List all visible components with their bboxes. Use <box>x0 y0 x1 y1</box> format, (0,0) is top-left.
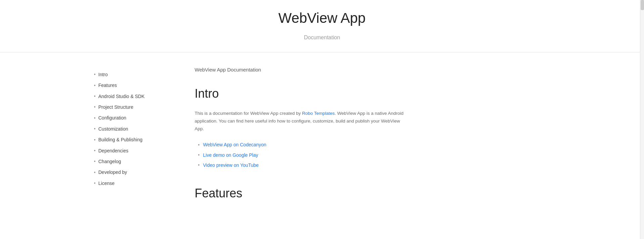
sidebar-item-developed-by[interactable]: Developed by <box>94 167 175 178</box>
sidebar-link-intro[interactable]: Intro <box>98 71 108 78</box>
intro-heading: Intro <box>195 84 409 103</box>
page-wrapper: WebView App Documentation Intro Features… <box>0 0 644 239</box>
google-play-link[interactable]: Live demo on Google Play <box>203 151 258 159</box>
doc-title: WebView App Documentation <box>195 66 409 74</box>
youtube-link[interactable]: Video preview on YouTube <box>203 161 259 169</box>
features-section: Features <box>195 184 409 203</box>
list-item-youtube: Video preview on YouTube <box>198 160 409 170</box>
sidebar-link-features[interactable]: Features <box>98 82 117 89</box>
sidebar-item-features[interactable]: Features <box>94 80 175 91</box>
sidebar-link-dependencies[interactable]: Dependencies <box>98 147 129 154</box>
page-title: WebView App <box>0 7 644 29</box>
sidebar-link-license[interactable]: License <box>98 180 114 187</box>
header: WebView App Documentation <box>0 0 644 52</box>
scrollbar-thumb[interactable] <box>641 0 644 10</box>
scrollbar[interactable] <box>640 0 644 239</box>
main-content: Intro Features Android Studio & SDK Proj… <box>0 52 644 203</box>
page-subtitle: Documentation <box>0 33 644 42</box>
sidebar-link-changelog[interactable]: Changelog <box>98 158 121 165</box>
sidebar-item-android-studio[interactable]: Android Studio & SDK <box>94 91 175 102</box>
sidebar-link-android-studio[interactable]: Android Studio & SDK <box>98 93 145 100</box>
features-heading: Features <box>195 184 409 203</box>
sidebar-item-configuration[interactable]: Configuration <box>94 112 175 123</box>
intro-paragraph: This is a documentation for WebView App … <box>195 110 409 133</box>
list-item-google-play: Live demo on Google Play <box>198 150 409 160</box>
list-item-codecanyon: WebView App on Codecanyon <box>198 140 409 150</box>
codecanyon-link[interactable]: WebView App on Codecanyon <box>203 141 266 148</box>
sidebar-item-building[interactable]: Building & Publishing <box>94 134 175 145</box>
sidebar-item-intro[interactable]: Intro <box>94 69 175 80</box>
sidebar-item-project-structure[interactable]: Project Structure <box>94 102 175 112</box>
sidebar-link-developed-by[interactable]: Developed by <box>98 169 127 176</box>
sidebar-item-customization[interactable]: Customization <box>94 124 175 134</box>
sidebar-link-configuration[interactable]: Configuration <box>98 114 126 122</box>
intro-links-list: WebView App on Codecanyon Live demo on G… <box>195 140 409 170</box>
sidebar-nav-list: Intro Features Android Studio & SDK Proj… <box>94 69 175 189</box>
sidebar-nav: Intro Features Android Studio & SDK Proj… <box>94 66 175 203</box>
sidebar-link-building[interactable]: Building & Publishing <box>98 136 143 143</box>
sidebar-link-project-structure[interactable]: Project Structure <box>98 103 133 111</box>
sidebar-item-license[interactable]: License <box>94 178 175 189</box>
sidebar-item-dependencies[interactable]: Dependencies <box>94 145 175 156</box>
robo-templates-link[interactable]: Robo Templates <box>302 111 335 116</box>
sidebar-item-changelog[interactable]: Changelog <box>94 156 175 167</box>
intro-text-before: This is a documentation for WebView App … <box>195 111 302 116</box>
sidebar-link-customization[interactable]: Customization <box>98 125 128 133</box>
content-area: WebView App Documentation Intro This is … <box>175 66 477 203</box>
intro-section: Intro This is a documentation for WebVie… <box>195 84 409 171</box>
